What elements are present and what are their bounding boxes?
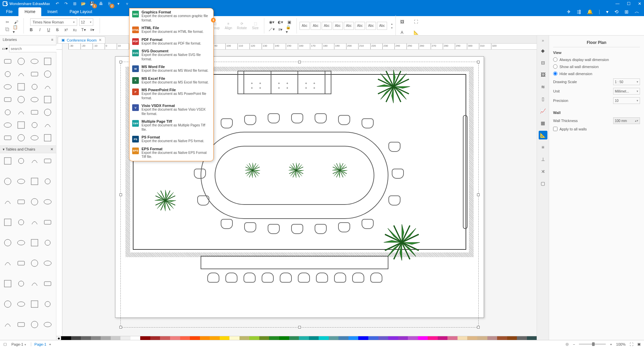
shape-item[interactable]: [15, 94, 27, 105]
plant[interactable]: [331, 162, 348, 179]
style-preset-6[interactable]: Abc: [366, 22, 376, 30]
floorplan-tab-icon[interactable]: 📐: [539, 131, 547, 139]
shape-item[interactable]: [42, 319, 53, 330]
chart-tab-icon[interactable]: 📈: [539, 107, 547, 115]
plant[interactable]: [244, 162, 261, 179]
color-swatch[interactable]: [319, 336, 329, 340]
fit-icon[interactable]: ▣: [637, 342, 641, 346]
style-preset-4[interactable]: Abc: [344, 22, 354, 30]
shape-item[interactable]: [15, 176, 27, 187]
shape-item[interactable]: [42, 278, 53, 289]
chair[interactable]: [221, 219, 233, 229]
export-item-multiple-page-tiff[interactable]: TIFFMultiple Page TiffExport the documen…: [129, 118, 213, 133]
shape-item[interactable]: [2, 298, 13, 310]
shape-item[interactable]: [29, 196, 40, 208]
page-tab-icon[interactable]: ▯: [539, 95, 547, 103]
chair[interactable]: [225, 273, 237, 283]
shape-item[interactable]: [15, 56, 27, 67]
color-swatch[interactable]: [81, 336, 91, 340]
chair[interactable]: [362, 219, 374, 229]
color-swatch[interactable]: [358, 336, 368, 340]
grid-toggle-icon[interactable]: ⊞: [625, 9, 629, 14]
shape-item[interactable]: [29, 298, 40, 310]
chair[interactable]: [262, 273, 274, 283]
chair[interactable]: [298, 273, 310, 283]
new-icon[interactable]: ⊞: [72, 1, 77, 6]
style-preset-3[interactable]: Abc: [333, 22, 343, 30]
chair[interactable]: [268, 224, 280, 234]
chair[interactable]: [370, 273, 382, 283]
export-item-graphics-format[interactable]: IMGGraphics FormatExport the document as…: [129, 8, 213, 24]
color-swatch[interactable]: [527, 336, 537, 340]
collapse-ribbon-icon[interactable]: ︿: [635, 9, 639, 15]
shape-item[interactable]: [42, 132, 53, 143]
color-swatch[interactable]: [269, 336, 279, 340]
close-icon[interactable]: ✕: [638, 1, 641, 6]
shape-item[interactable]: [29, 94, 40, 105]
shape-item[interactable]: [2, 319, 13, 330]
color-swatch[interactable]: [289, 336, 299, 340]
shape-item[interactable]: [2, 155, 13, 167]
export-item-ms-excel-file[interactable]: XMS Excel FileExport the document as MS …: [129, 75, 213, 86]
shuffle-tab-icon[interactable]: ⤨: [539, 167, 547, 176]
shape-item[interactable]: [15, 196, 27, 208]
shape-item[interactable]: [42, 94, 53, 105]
color-swatch[interactable]: [249, 336, 259, 340]
shape-item[interactable]: [15, 107, 27, 118]
plant[interactable]: [382, 222, 422, 263]
plant[interactable]: [288, 162, 305, 179]
style-preset-5[interactable]: Abc: [355, 22, 365, 30]
menu-tab-file[interactable]: File: [0, 7, 18, 16]
color-swatch[interactable]: [190, 336, 200, 340]
shape-item[interactable]: [2, 196, 13, 208]
bullets-icon[interactable]: ≡▾: [89, 26, 96, 33]
color-swatch[interactable]: [120, 336, 130, 340]
shape-item[interactable]: [42, 56, 53, 67]
size-button[interactable]: ⬚Size: [249, 20, 261, 32]
shape-item[interactable]: [15, 68, 27, 80]
image-tool-icon[interactable]: 🖼: [398, 18, 406, 25]
copy-icon[interactable]: ⿻: [4, 26, 11, 33]
fill-tab-icon[interactable]: ◆: [539, 46, 547, 55]
color-swatch[interactable]: [388, 336, 398, 340]
credenza-table[interactable]: [201, 256, 388, 269]
fullscreen-icon[interactable]: ⛶: [630, 342, 633, 346]
style-preset-2[interactable]: Abc: [322, 22, 332, 30]
chair[interactable]: [244, 222, 256, 232]
same-icon[interactable]: ▣: [286, 19, 292, 25]
page-selector[interactable]: Page-1 ▾: [11, 342, 26, 346]
text-tool-icon[interactable]: T▾: [80, 26, 87, 33]
export-item-ps-format[interactable]: PSPS FormatExport the document as Native…: [129, 133, 213, 145]
shape-item[interactable]: [15, 237, 27, 248]
shape-item[interactable]: [42, 176, 53, 187]
shape-item[interactable]: [2, 132, 13, 143]
shape-item[interactable]: [29, 132, 40, 143]
chair[interactable]: [221, 118, 233, 128]
color-swatch[interactable]: [229, 336, 239, 340]
color-swatch[interactable]: [487, 336, 497, 340]
chair[interactable]: [315, 224, 327, 234]
save-icon[interactable]: 💾1: [90, 1, 95, 6]
radio-hide[interactable]: Hide wall dimension: [553, 71, 592, 76]
color-swatch[interactable]: [150, 336, 160, 340]
shape-item[interactable]: [29, 155, 40, 167]
shape-item[interactable]: [2, 176, 13, 187]
shape-item[interactable]: [29, 176, 40, 187]
page-layout-icon[interactable]: ▢: [3, 342, 7, 346]
zoom-value[interactable]: 100%: [616, 342, 626, 346]
dash-tab-icon[interactable]: ⊟: [539, 58, 547, 67]
chair[interactable]: [244, 115, 256, 125]
shape-item[interactable]: [42, 217, 53, 228]
font-selector[interactable]: Times New Roman▾: [30, 18, 77, 26]
italic-icon[interactable]: I: [37, 26, 43, 33]
menu-tab-page-layout[interactable]: Page Layout: [63, 7, 98, 16]
plant[interactable]: [375, 68, 412, 105]
radio-always-display[interactable]: Always display wall dimension: [553, 57, 609, 62]
chair[interactable]: [338, 222, 350, 232]
signal-icon[interactable]: ▾: [606, 9, 608, 14]
shape-item[interactable]: [15, 257, 27, 269]
rotate-button[interactable]: ⟳Rotate: [236, 20, 248, 32]
chair[interactable]: [197, 195, 209, 206]
doc-tab-conference-room[interactable]: ▣ Conference Room ✕: [58, 37, 105, 43]
shape-item[interactable]: [29, 319, 40, 330]
